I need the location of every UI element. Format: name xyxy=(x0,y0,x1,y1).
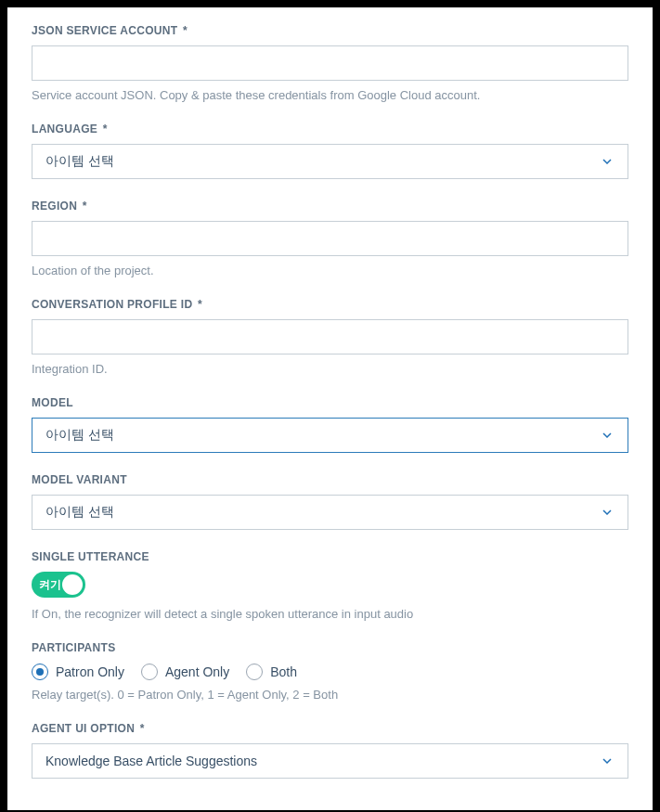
single-utterance-toggle[interactable]: 켜기 xyxy=(32,572,85,598)
participants-helper: Relay target(s). 0 = Patron Only, 1 = Ag… xyxy=(32,688,628,702)
chevron-down-icon xyxy=(600,505,615,520)
single-utterance-field: SINGLE UTTERANCE 켜기 If On, the recognize… xyxy=(32,550,628,621)
select-value: 아이템 선택 xyxy=(45,153,114,170)
select-value: 아이템 선택 xyxy=(45,504,114,521)
radio-icon xyxy=(32,664,48,680)
required-mark: * xyxy=(183,24,188,37)
select-value: Knowledge Base Article Suggestions xyxy=(45,754,257,768)
radio-agent-only[interactable]: Agent Only xyxy=(141,664,229,680)
required-mark: * xyxy=(103,122,108,135)
conversation-profile-field: CONVERSATION PROFILE ID * Integration ID… xyxy=(32,298,628,376)
radio-label: Agent Only xyxy=(165,664,229,679)
agent-ui-option-label: AGENT UI OPTION * xyxy=(32,722,628,735)
toggle-text: 켜기 xyxy=(39,577,61,593)
required-mark: * xyxy=(140,722,145,735)
chevron-down-icon xyxy=(600,154,615,169)
region-label: REGION * xyxy=(32,200,628,213)
required-mark: * xyxy=(198,298,202,311)
language-field: LANGUAGE * 아이템 선택 xyxy=(32,122,628,179)
region-input[interactable] xyxy=(32,221,628,256)
radio-label: Patron Only xyxy=(56,664,124,679)
chevron-down-icon xyxy=(600,428,615,443)
json-service-account-label: JSON SERVICE ACCOUNT * xyxy=(32,24,628,37)
single-utterance-label: SINGLE UTTERANCE xyxy=(32,550,628,563)
conversation-profile-helper: Integration ID. xyxy=(32,362,628,376)
select-value: 아이템 선택 xyxy=(45,427,114,444)
label-text: AGENT UI OPTION xyxy=(32,722,135,735)
radio-icon xyxy=(141,664,158,680)
region-helper: Location of the project. xyxy=(32,264,628,277)
toggle-knob xyxy=(62,574,83,595)
form-panel: JSON SERVICE ACCOUNT * Service account J… xyxy=(7,7,653,810)
label-text: LANGUAGE xyxy=(32,122,97,135)
label-text: REGION xyxy=(32,200,77,213)
label-text: CONVERSATION PROFILE ID xyxy=(32,298,192,311)
radio-patron-only[interactable]: Patron Only xyxy=(32,664,124,680)
required-mark: * xyxy=(83,200,87,213)
conversation-profile-input[interactable] xyxy=(32,319,628,354)
model-field: MODEL 아이템 선택 xyxy=(32,396,628,453)
conversation-profile-label: CONVERSATION PROFILE ID * xyxy=(32,298,628,311)
radio-both[interactable]: Both xyxy=(246,664,297,680)
model-select[interactable]: 아이템 선택 xyxy=(32,418,628,453)
agent-ui-option-field: AGENT UI OPTION * Knowledge Base Article… xyxy=(32,722,628,779)
single-utterance-helper: If On, the recognizer will detect a sing… xyxy=(32,607,628,621)
model-variant-select[interactable]: 아이템 선택 xyxy=(32,495,628,530)
model-label: MODEL xyxy=(32,396,628,409)
participants-label: PARTICIPANTS xyxy=(32,641,628,654)
label-text: JSON SERVICE ACCOUNT xyxy=(32,24,177,37)
chevron-down-icon xyxy=(600,754,615,768)
language-select[interactable]: 아이템 선택 xyxy=(32,144,628,179)
radio-icon xyxy=(246,664,263,680)
agent-ui-option-select[interactable]: Knowledge Base Article Suggestions xyxy=(32,743,628,779)
json-service-account-field: JSON SERVICE ACCOUNT * Service account J… xyxy=(32,24,628,102)
language-label: LANGUAGE * xyxy=(32,122,628,135)
json-service-account-helper: Service account JSON. Copy & paste these… xyxy=(32,88,628,102)
participants-field: PARTICIPANTS Patron Only Agent Only Both… xyxy=(32,641,628,702)
region-field: REGION * Location of the project. xyxy=(32,200,628,277)
model-variant-label: MODEL VARIANT xyxy=(32,473,628,486)
radio-label: Both xyxy=(270,664,297,679)
json-service-account-input[interactable] xyxy=(32,45,628,81)
participants-radio-group: Patron Only Agent Only Both xyxy=(32,664,628,680)
model-variant-field: MODEL VARIANT 아이템 선택 xyxy=(32,473,628,530)
